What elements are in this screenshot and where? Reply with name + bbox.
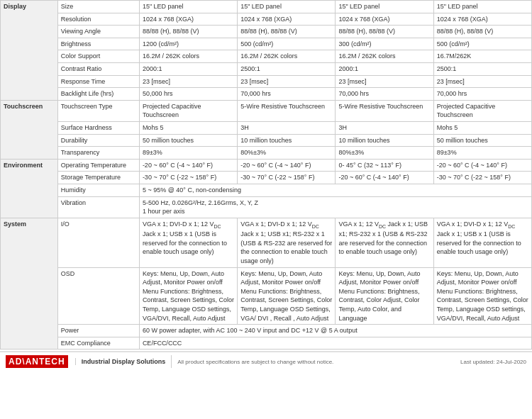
data-trans-col4: 89±3% xyxy=(433,147,531,160)
data-ot-col4: -20 ~ 60° C (-4 ~ 140° F) xyxy=(433,159,531,172)
data-trans-col1: 89±3% xyxy=(139,147,237,160)
table-row: EMC Compliance CE/FCC/CCC xyxy=(1,337,532,350)
data-size-col3: 15" LED panel xyxy=(336,1,433,13)
data-cs-col4: 16.7M/262K xyxy=(433,50,531,63)
data-cr-col1: 2000:1 xyxy=(139,62,237,75)
logo-box: AD\ANTECH xyxy=(6,355,68,368)
data-cr-col3: 2000:1 xyxy=(336,62,433,75)
footer-notice: All product specifications are subject t… xyxy=(177,359,460,365)
data-st-col2: -30 ~ 70° C (-22 ~ 158° F) xyxy=(238,172,336,184)
data-io-col3: VGA x 1; 12 VDC Jack x 1; USB x1; RS-232… xyxy=(336,218,433,267)
data-bright-col1: 1200 (cd/m²) xyxy=(139,38,237,50)
data-io-col1: VGA x 1; DVI-D x 1; 12 VDC Jack x 1; USB… xyxy=(139,218,237,267)
table-row: Power 60 W power adapter, with AC 100 ~ … xyxy=(1,325,532,337)
label-vibration: Vibration xyxy=(57,196,139,218)
label-durability: Durability xyxy=(57,134,139,147)
data-tst-col2: 5-Wire Resistive Touchscreen xyxy=(238,100,336,121)
data-sh-col3: 3H xyxy=(336,121,433,134)
data-sh-col4: Mohs 5 xyxy=(433,121,531,134)
table-row: Viewing Angle 88/88 (H), 88/88 (V) 88/88… xyxy=(1,26,532,38)
footer-notice-area: All product specifications are subject t… xyxy=(177,359,460,365)
spec-table: Display Size 15" LED panel 15" LED panel… xyxy=(0,0,532,350)
data-st-col3: -20 ~ 60° C (-4 ~ 140° F) xyxy=(336,172,433,184)
category-touchscreen: Touchscreen xyxy=(1,100,58,159)
data-st-col1: -30 ~ 70° C (-22 ~ 158° F) xyxy=(139,172,237,184)
data-humidity: 5 ~ 95% @ 40° C, non-condensing xyxy=(139,184,531,196)
table-row: Vibration 5-500 Hz, 0.026G²/Hz, 2.16Grms… xyxy=(1,196,532,218)
data-io-col4: VGA x 1; DVI-D x 1; 12 VDC Jack x 1; USB… xyxy=(433,218,531,267)
data-cr-col2: 2500:1 xyxy=(238,62,336,75)
data-size-col2: 15" LED panel xyxy=(238,1,336,13)
table-row: Response Time 23 [msec] 23 [msec] 23 [ms… xyxy=(1,75,532,88)
data-osd-col2: Keys: Menu, Up, Down, Auto Adjust, Monit… xyxy=(238,267,336,325)
label-humidity: Humidity xyxy=(57,184,139,196)
label-contrast: Contrast Ratio xyxy=(57,62,139,75)
data-va-col4: 88/88 (H), 88/88 (V) xyxy=(433,26,531,38)
data-cs-col2: 16.2M / 262K colors xyxy=(238,50,336,63)
data-ot-col2: -20 ~ 60° C (-4 ~ 140° F) xyxy=(238,159,336,172)
table-row: Durability 50 million touches 10 million… xyxy=(1,134,532,147)
table-row: Transparency 89±3% 80%±3% 80%±3% 89±3% xyxy=(1,147,532,160)
data-res-col2: 1024 x 768 (XGA) xyxy=(238,13,336,26)
category-display: Display xyxy=(1,1,58,101)
data-size-col4: 15" LED panel xyxy=(433,1,531,13)
table-row: System I/O VGA x 1; DVI-D x 1; 12 VDC Ja… xyxy=(1,218,532,267)
label-power: Power xyxy=(57,325,139,337)
data-rt-col1: 23 [msec] xyxy=(139,75,237,88)
data-emc: CE/FCC/CCC xyxy=(139,337,531,350)
table-row: Brightness 1200 (cd/m²) 500 (cd/m²) 300 … xyxy=(1,38,532,50)
data-osd-col3: Keys: Menu, Up, Down, Auto Adjust, Monit… xyxy=(336,267,433,325)
table-row: Environment Operating Temperature -20 ~ … xyxy=(1,159,532,172)
label-surface-hardness: Surface Hardness xyxy=(57,121,139,134)
table-row: OSD Keys: Menu, Up, Down, Auto Adjust, M… xyxy=(1,267,532,325)
table-row: Storage Temperature -30 ~ 70° C (-22 ~ 1… xyxy=(1,172,532,184)
data-cs-col3: 16.2M / 262K colors xyxy=(336,50,433,63)
data-bl-col2: 70,000 hrs xyxy=(238,88,336,101)
label-size: Size xyxy=(57,1,139,13)
data-vibration: 5-500 Hz, 0.026G²/Hz, 2.16Grms, X, Y, Z1… xyxy=(139,196,531,218)
data-res-col1: 1024 x 768 (XGA) xyxy=(139,13,237,26)
footer: AD\ANTECH Industrial Display Solutions A… xyxy=(0,351,532,371)
table-row: Display Size 15" LED panel 15" LED panel… xyxy=(1,1,532,13)
data-dur-col2: 10 million touches xyxy=(238,134,336,147)
data-st-col4: -30 ~ 70° C (-22 ~ 158° F) xyxy=(433,172,531,184)
data-io-col2: VGA x 1; DVI-D x 1; 12 VDC Jack x 1; USB… xyxy=(238,218,336,267)
label-color-support: Color Support xyxy=(57,50,139,63)
label-backlight: Backlight Life (hrs) xyxy=(57,88,139,101)
data-bl-col4: 70,000 hrs xyxy=(433,88,531,101)
data-osd-col4: Keys: Menu, Up, Down, Auto Adjust, Monit… xyxy=(433,267,531,325)
data-va-col1: 88/88 (H), 88/88 (V) xyxy=(139,26,237,38)
table-row: Color Support 16.2M / 262K colors 16.2M … xyxy=(1,50,532,63)
label-io: I/O xyxy=(57,218,139,267)
data-rt-col2: 23 [msec] xyxy=(238,75,336,88)
label-transparency: Transparency xyxy=(57,147,139,160)
data-dur-col1: 50 million touches xyxy=(139,134,237,147)
table-row: Backlight Life (hrs) 50,000 hrs 70,000 h… xyxy=(1,88,532,101)
data-res-col4: 1024 x 768 (XGA) xyxy=(433,13,531,26)
table-row: Surface Hardness Mohs 5 3H 3H Mohs 5 xyxy=(1,121,532,134)
data-tst-col3: 5-Wire Resistive Touchscreen xyxy=(336,100,433,121)
data-dur-col3: 10 million touches xyxy=(336,134,433,147)
data-bright-col2: 500 (cd/m²) xyxy=(238,38,336,50)
data-va-col3: 88/88 (H), 88/88 (V) xyxy=(336,26,433,38)
footer-logo: AD\ANTECH Industrial Display Solutions xyxy=(6,355,172,368)
data-rt-col3: 23 [msec] xyxy=(336,75,433,88)
footer-subtitle: Industrial Display Solutions xyxy=(75,358,166,365)
data-size-col1: 15" LED panel xyxy=(139,1,237,13)
table-row: Humidity 5 ~ 95% @ 40° C, non-condensing xyxy=(1,184,532,196)
data-tst-col1: Projected Capacitive Touchscreen xyxy=(139,100,237,121)
label-ts-type: Touchscreen Type xyxy=(57,100,139,121)
label-op-temp: Operating Temperature xyxy=(57,159,139,172)
data-osd-col1: Keys: Menu, Up, Down, Auto Adjust, Monit… xyxy=(139,267,237,325)
data-ot-col1: -20 ~ 60° C (-4 ~ 140° F) xyxy=(139,159,237,172)
label-response-time: Response Time xyxy=(57,75,139,88)
data-bright-col3: 300 (cd/m²) xyxy=(336,38,433,50)
data-bl-col1: 50,000 hrs xyxy=(139,88,237,101)
label-viewing-angle: Viewing Angle xyxy=(57,26,139,38)
data-cs-col1: 16.2M / 262K colors xyxy=(139,50,237,63)
data-res-col3: 1024 x 768 (XGA) xyxy=(336,13,433,26)
category-system: System xyxy=(1,218,58,350)
category-environment: Environment xyxy=(1,159,58,218)
data-sh-col1: Mohs 5 xyxy=(139,121,237,134)
data-tst-col4: Projected Capacitive Touchscreen xyxy=(433,100,531,121)
